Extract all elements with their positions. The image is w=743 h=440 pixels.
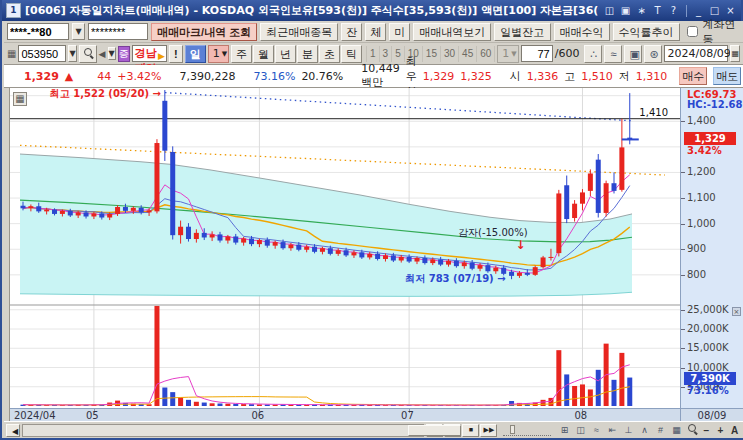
yield-trend-button[interactable]: 수익률추이	[613, 23, 680, 41]
trade-history-button[interactable]: 매매내역보기	[413, 23, 491, 41]
account-password-field[interactable]	[88, 23, 148, 40]
help-icon[interactable]: ?	[667, 4, 680, 17]
window-add-icon[interactable]: ⊞	[557, 423, 572, 437]
stock-code-input[interactable]	[18, 45, 66, 62]
trade-profit-button[interactable]: 매매수익	[554, 23, 610, 41]
account-select[interactable]	[7, 23, 69, 40]
hash-grid-icon[interactable]: #	[653, 423, 668, 437]
stock-search-button[interactable]	[79, 45, 97, 63]
jan-button[interactable]: 잔	[341, 23, 362, 41]
magnifier-icon	[688, 424, 698, 434]
trend-tool-icon[interactable]: ≈	[604, 45, 622, 63]
playback-button-3[interactable]: ▶▶	[480, 424, 497, 437]
settings-gear-icon[interactable]: ⊛	[644, 45, 662, 63]
current-vol-ratio-label: 73.16%	[687, 385, 729, 396]
minute-button-6[interactable]: 45	[459, 46, 477, 62]
period-button-1[interactable]: 월	[253, 45, 274, 63]
playback-button-2[interactable]: ■	[462, 424, 479, 437]
stock-name-field[interactable]: 경남제약 ▶	[132, 45, 167, 62]
daily-balance-button[interactable]: 일별잔고	[494, 23, 550, 41]
quote-row: 1,329 ▲ 44 +3.42% 7,390,228 73.16% 20.76…	[4, 65, 743, 88]
minimize-button[interactable]: _	[692, 4, 705, 17]
month-label: 05	[86, 410, 99, 421]
scroll-left-button[interactable]: ◀	[6, 424, 20, 437]
period-day-count-value: 1	[213, 47, 220, 60]
period-button-2[interactable]: 년	[275, 45, 296, 63]
calendar-icon[interactable]: ▦	[730, 45, 740, 62]
zoom-search-button[interactable]	[686, 424, 699, 437]
chart-scrollbar[interactable]	[22, 424, 424, 437]
wave-tool-icon[interactable]: ≈	[589, 423, 604, 437]
account-link-checkbox[interactable]	[687, 26, 698, 37]
account-toolbar: ▼ 매매마크/내역 조회 최근매매종목 잔 체 미 매매내역보기 일별잔고 매매…	[4, 21, 743, 43]
chart-icon-buttons: ∴≈▣⊛	[584, 45, 662, 63]
minute-button-4[interactable]: 15	[423, 46, 441, 62]
period-button-0[interactable]: 주	[231, 45, 252, 63]
perpendicular-tool-icon[interactable]: ⊥	[621, 423, 636, 437]
speaker-dropdown-arrow[interactable]: ▼	[108, 47, 116, 60]
alert-button[interactable]: !	[169, 45, 183, 63]
speaker-icon[interactable]: ◀	[99, 49, 106, 59]
account-dropdown-arrow[interactable]: ▼	[72, 23, 85, 40]
current-volume-box: 7,390K	[684, 372, 736, 385]
low-label: 저	[619, 69, 630, 84]
stock-code-dropdown-arrow[interactable]: ▼	[68, 45, 76, 62]
scrollbar-thumb[interactable]	[408, 425, 461, 436]
minute-button-5[interactable]: 30	[441, 46, 459, 62]
left-edge-icon[interactable]: ⇤	[605, 423, 620, 437]
recent-trades-button[interactable]: 최근매매종목	[260, 23, 338, 41]
cascade-icon[interactable]: ▣	[619, 4, 632, 17]
chart-window-icon[interactable]: ▦	[7, 47, 16, 60]
zoom-in-button[interactable]: +	[714, 424, 727, 437]
che-button[interactable]: 체	[365, 23, 386, 41]
price-volume-chart[interactable]: 1,410최고 1,522 (05/20) →최저 783 (07/19) →감…	[10, 88, 680, 408]
svg-text:최고 1,522 (05/20) →: 최고 1,522 (05/20) →	[50, 88, 161, 99]
bar-count-input[interactable]	[521, 45, 553, 62]
close-button[interactable]: ×	[724, 4, 737, 17]
trade-mark-toggle-icon[interactable]: ∴	[584, 45, 602, 63]
trade-mark-query-button[interactable]: 매매마크/내역 조회	[151, 23, 257, 41]
chevron-down-icon: ▼	[511, 50, 516, 58]
svg-text:감자(-15.00%): 감자(-15.00%)	[458, 227, 528, 238]
grid-window-icon[interactable]: ▦	[669, 423, 684, 437]
speed-slider[interactable]	[503, 424, 551, 436]
period-button-5[interactable]: 틱	[341, 45, 362, 63]
price-axis-panel[interactable]: 08/09 LC:69.73HC:-12.681,4001,2001,1001,…	[680, 88, 743, 421]
period-button-4[interactable]: 초	[319, 45, 340, 63]
search-icon	[84, 48, 94, 58]
period-button-3[interactable]: 분	[297, 45, 318, 63]
layout-icon[interactable]: ◫	[603, 4, 616, 17]
period-day-button[interactable]: 일	[185, 45, 206, 63]
pin-icon[interactable]: ∗	[635, 4, 648, 17]
title-bar[interactable]: 1 [0606] 자동일지차트(매매내역) - KOSDAQ 외국인보유[593…	[2, 0, 741, 21]
volume-tick	[681, 310, 685, 311]
minute-button-7[interactable]: 60	[477, 46, 495, 62]
zoom-reset-button[interactable]: A	[728, 424, 741, 437]
open-label: 시	[510, 69, 521, 84]
title-buttons: ◫▣∗T?	[603, 4, 680, 17]
sell-button[interactable]: 매도	[713, 67, 741, 85]
minute-button-1[interactable]: 3	[380, 46, 393, 62]
month-label: 07	[401, 410, 414, 421]
zoom-out-button[interactable]: −	[700, 424, 713, 437]
window-overlay-icon[interactable]: ◫	[573, 423, 588, 437]
minute-button-0[interactable]: 1	[367, 46, 380, 62]
chart-menu-icon[interactable]: ▦	[13, 92, 27, 106]
volume-pane-close-icon[interactable]: ×	[732, 307, 741, 316]
date-axis-band: 2024/0405060708	[10, 408, 680, 421]
font-icon[interactable]: T	[651, 4, 664, 17]
save-icon[interactable]: ▣	[624, 45, 642, 63]
bottom-toolbar: ◀ ▶◀◀■▶▶ ⊞◫≈⇤⊥∧#▦ − + A	[4, 421, 743, 438]
window-title: [0606] 자동일지차트(매매내역) - KOSDAQ 외국인보유[593(천…	[25, 3, 599, 18]
slider-handle[interactable]	[510, 425, 515, 434]
current-price: 1,329	[24, 70, 59, 83]
hc-label: HC:-12.68	[687, 99, 743, 110]
date-field[interactable]: 2024/08/09	[664, 45, 728, 62]
maximize-button[interactable]: □	[708, 4, 721, 17]
trendline-tool-icon[interactable]: ∧	[637, 423, 652, 437]
up-arrow-icon: ▲	[65, 70, 73, 83]
mi-button[interactable]: 미	[389, 23, 410, 41]
minute-button-2[interactable]: 5	[392, 46, 405, 62]
period-day-count-combo[interactable]: 1 ▼	[208, 45, 229, 63]
buy-button[interactable]: 매수	[679, 67, 707, 85]
